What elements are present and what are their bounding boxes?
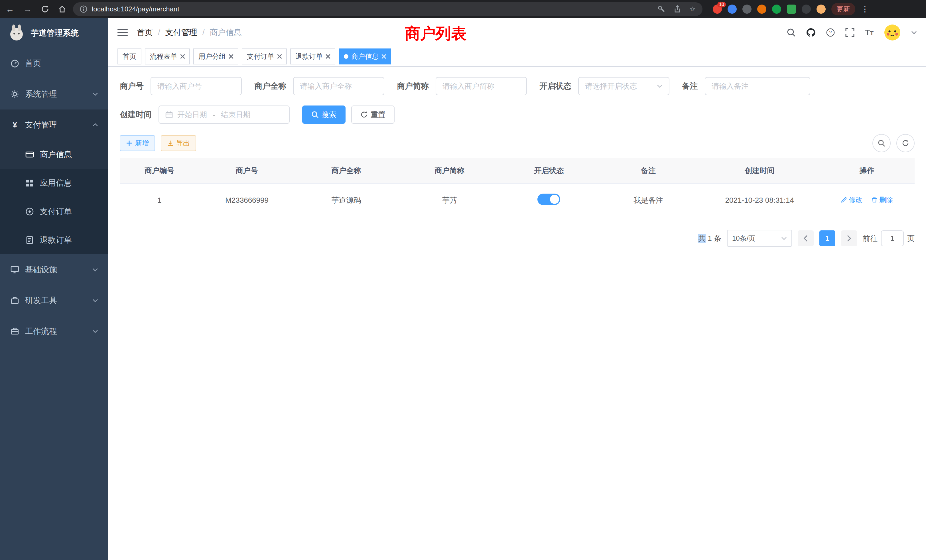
tab-merchant-info[interactable]: 商户信息: [339, 48, 391, 64]
password-key-icon[interactable]: [657, 5, 666, 13]
short-name-input[interactable]: [442, 82, 520, 91]
address-bar[interactable]: localhost:1024/pay/merchant ☆: [73, 2, 702, 16]
browser-menu-icon[interactable]: ⋮: [861, 8, 864, 10]
search-icon[interactable]: [787, 28, 796, 37]
sidebar-item-app-info[interactable]: 应用信息: [0, 169, 108, 197]
breadcrumb-payment[interactable]: 支付管理: [165, 27, 205, 38]
target-icon: [25, 207, 34, 216]
tab-pay-order[interactable]: 支付订单: [242, 48, 287, 64]
close-icon[interactable]: [381, 54, 386, 59]
close-icon[interactable]: [277, 54, 282, 59]
breadcrumb-home[interactable]: 首页: [137, 27, 160, 38]
download-icon: [167, 140, 173, 146]
next-page-button[interactable]: [841, 230, 857, 246]
edit-link[interactable]: 修改: [841, 195, 862, 204]
gear-icon: [10, 90, 20, 98]
sidebar-item-infrastructure[interactable]: 基础设施: [0, 254, 108, 285]
toggle-search-button[interactable]: [872, 134, 891, 152]
github-icon[interactable]: [806, 28, 816, 37]
delete-link[interactable]: 删除: [871, 195, 893, 204]
user-avatar[interactable]: [884, 24, 901, 41]
bookmark-star-icon[interactable]: ☆: [689, 5, 696, 13]
create-time-range-picker[interactable]: 开始日期 - 结束日期: [159, 106, 290, 124]
chevron-down-icon: [92, 330, 98, 333]
app-logo[interactable]: 芋道管理系统: [0, 18, 108, 48]
close-icon[interactable]: [325, 54, 330, 59]
refresh-table-button[interactable]: [896, 134, 915, 152]
extension-icon[interactable]: [772, 5, 781, 14]
help-icon[interactable]: ?: [826, 28, 835, 37]
close-icon[interactable]: [180, 54, 185, 59]
add-button-label: 新增: [135, 139, 149, 148]
page-unit-label: 页: [907, 233, 915, 244]
profile-avatar[interactable]: [817, 5, 826, 14]
page-size-select[interactable]: 10条/页: [727, 230, 792, 247]
col-actions: 操作: [819, 158, 915, 183]
extension-icon[interactable]: [787, 5, 796, 14]
extension-icon[interactable]: [757, 5, 766, 14]
tab-refund-order[interactable]: 退款订单: [290, 48, 335, 64]
remark-input[interactable]: [712, 82, 803, 91]
sidebar-item-system[interactable]: 系统管理: [0, 79, 108, 109]
home-icon[interactable]: [58, 5, 66, 13]
url-text: localhost:1024/pay/merchant: [92, 5, 179, 13]
sidebar-item-merchant-info[interactable]: 商户信息: [0, 140, 108, 169]
search-button[interactable]: 搜索: [302, 106, 345, 124]
extension-icon[interactable]: 10: [713, 5, 722, 14]
forward-icon[interactable]: →: [23, 4, 32, 14]
chevron-down-icon: [92, 299, 98, 302]
extension-icon[interactable]: [728, 5, 737, 14]
tab-user-group[interactable]: 用户分组: [193, 48, 238, 64]
browser-toolbar: ← → localhost:1024/pay/merchant ☆: [0, 0, 926, 18]
export-button[interactable]: 导出: [161, 135, 196, 151]
sidebar-item-label: 退款订单: [40, 235, 72, 245]
full-name-input[interactable]: [300, 82, 377, 91]
tab-label: 商户信息: [351, 52, 378, 61]
site-info-icon[interactable]: [80, 5, 87, 13]
tab-home[interactable]: 首页: [118, 48, 141, 64]
sidebar-toggle-icon[interactable]: [118, 29, 128, 36]
sidebar-item-refund-order[interactable]: 退款订单: [0, 226, 108, 254]
goto-page-input[interactable]: [884, 234, 901, 243]
sidebar-item-dev-tools[interactable]: 研发工具: [0, 285, 108, 316]
pin-icon[interactable]: [802, 5, 811, 14]
reset-button[interactable]: 重置: [351, 106, 395, 124]
sidebar-item-pay-order[interactable]: 支付订单: [0, 197, 108, 226]
page-size-value: 10条/页: [732, 234, 755, 243]
share-icon[interactable]: [673, 5, 681, 13]
extension-icon[interactable]: [742, 5, 752, 14]
remark-input-wrap: [705, 77, 810, 95]
reload-icon[interactable]: [41, 5, 49, 13]
prev-page-button[interactable]: [798, 230, 814, 246]
filter-label-remark: 备注: [682, 81, 698, 92]
sidebar-item-home[interactable]: 首页: [0, 48, 108, 79]
edit-link-label: 修改: [849, 195, 862, 204]
grid-icon: [25, 179, 34, 187]
status-select[interactable]: 请选择开启状态: [578, 77, 669, 95]
tab-process-form[interactable]: 流程表单: [145, 48, 190, 64]
goto-input-wrap: [881, 230, 904, 246]
col-remark: 备注: [597, 158, 700, 183]
chevron-down-icon: [92, 268, 98, 271]
sidebar-item-payment[interactable]: ¥ 支付管理: [0, 109, 108, 140]
browser-update-button[interactable]: 更新: [831, 3, 855, 15]
sidebar-item-label: 研发工具: [25, 295, 57, 306]
tab-label: 退款订单: [295, 52, 323, 61]
bank-card-icon: [25, 150, 34, 159]
fullscreen-icon[interactable]: [845, 28, 855, 37]
status-toggle[interactable]: [537, 194, 560, 205]
merchant-no-input[interactable]: [157, 82, 235, 91]
add-button[interactable]: 新增: [120, 135, 155, 151]
page-number-button[interactable]: 1: [819, 230, 835, 246]
sidebar-item-workflow[interactable]: 工作流程: [0, 316, 108, 347]
close-icon[interactable]: [228, 54, 233, 59]
back-icon[interactable]: ←: [6, 4, 14, 14]
avatar-caret-icon[interactable]: [911, 31, 917, 34]
page-content: 商户号 商户全称 商户简称: [108, 67, 926, 257]
end-date-placeholder[interactable]: 结束日期: [221, 110, 251, 120]
start-date-placeholder[interactable]: 开始日期: [177, 110, 207, 120]
font-size-icon[interactable]: TT: [865, 28, 873, 37]
top-navbar: 首页 支付管理 商户信息 商户列表 ? TT: [108, 18, 926, 47]
chevron-left-icon: [803, 235, 808, 242]
monitor-icon: [10, 265, 20, 274]
